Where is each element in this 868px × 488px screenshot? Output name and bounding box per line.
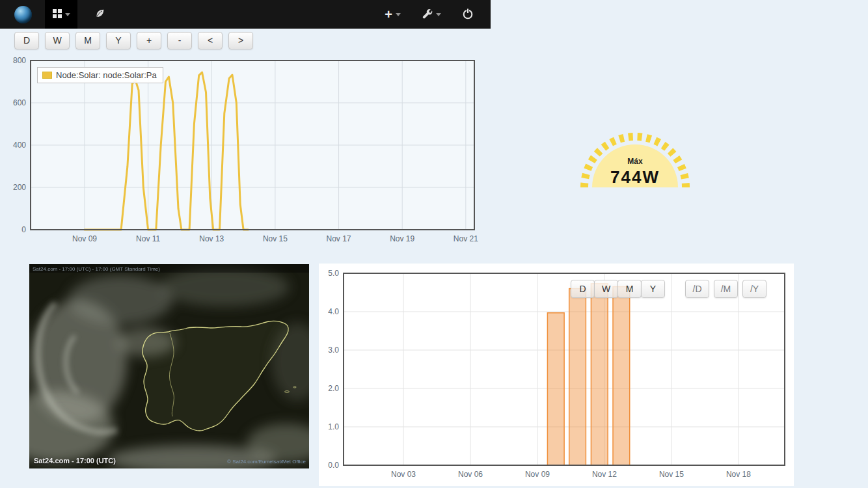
logout-power-button[interactable] [462,8,474,21]
bar-interval-year-button[interactable]: /Y [742,280,766,298]
svg-text:Nov 06: Nov 06 [458,470,483,479]
graph-range-toolbar: D W M Y + - < > [14,32,253,49]
svg-text:400: 400 [13,141,26,150]
chart-legend: Node:Solar: node:Solar:Pa [37,67,163,83]
svg-text:600: 600 [13,98,26,107]
bar-range-year-button[interactable]: Y [641,280,665,298]
svg-text:800: 800 [13,57,26,65]
svg-text:5.0: 5.0 [328,269,339,278]
svg-text:Nov 17: Nov 17 [327,234,351,243]
pan-right-button[interactable]: > [228,32,253,49]
grid-icon [53,9,62,20]
svg-text:0: 0 [21,225,26,234]
svg-text:Nov 03: Nov 03 [391,470,416,479]
solar-line-chart[interactable]: Nov 09Nov 11Nov 13Nov 15Nov 17Nov 19Nov … [7,57,481,247]
pan-left-button[interactable]: < [198,32,223,49]
add-widget-button[interactable]: + [385,8,401,21]
caret-down-icon [65,13,70,16]
svg-text:Nov 11: Nov 11 [136,234,160,243]
gauge-value: 744W [610,167,660,187]
emoncms-logo-icon[interactable] [14,6,32,23]
range-year-button[interactable]: Y [106,32,131,49]
solar-max-gauge: Máx 744W [576,128,694,193]
setup-wrench-button[interactable] [422,8,441,21]
svg-text:3.0: 3.0 [328,346,339,355]
gauge-label: Máx [627,157,643,166]
solar-power-graph[interactable]: Nov 09Nov 11Nov 13Nov 15Nov 17Nov 19Nov … [7,57,481,247]
kwh-bar-panel: Nov 03Nov 06Nov 09Nov 12Nov 15Nov 180.01… [319,264,794,486]
legend-swatch [42,72,52,79]
svg-text:0.0: 0.0 [328,461,339,470]
navbar-right-group: + [385,8,491,21]
satellite-timestamp: Sat24.com - 17:00 (UTC) [34,457,116,465]
wrench-icon [422,8,433,21]
satellite-copyright: © Sat24.com/Eumetsat/Met Office [227,459,306,465]
satellite-top-caption: Sat24.com - 17:00 (UTC) - 17:00 (GMT Sta… [33,266,160,272]
plus-icon: + [385,8,392,21]
satellite-image: Sat24.com - 17:00 (UTC) - 17:00 (GMT Sta… [29,264,309,468]
svg-text:200: 200 [13,183,26,192]
svg-text:1.0: 1.0 [328,422,339,431]
apps-menu-button[interactable] [45,0,77,29]
feeds-leaf-button[interactable] [94,8,105,21]
svg-text:Nov 15: Nov 15 [659,470,684,479]
svg-text:Nov 18: Nov 18 [726,470,751,479]
caret-down-icon [436,13,441,16]
bar-interval-group: /D /M /Y [685,280,766,298]
bar-interval-month-button[interactable]: /M [714,280,738,298]
range-day-button[interactable]: D [14,32,39,49]
leaf-icon [94,8,105,21]
svg-text:Nov 19: Nov 19 [390,234,414,243]
svg-text:4.0: 4.0 [328,307,339,316]
zoom-out-button[interactable]: - [167,32,192,49]
navbar: + [0,0,491,29]
svg-text:Nov 09: Nov 09 [525,470,550,479]
range-month-button[interactable]: M [75,32,100,49]
svg-text:Nov 13: Nov 13 [199,234,224,243]
bar-range-group: D W M Y [571,280,664,298]
bar-range-week-button[interactable]: W [594,280,618,298]
power-icon [462,8,474,21]
svg-text:Nov 15: Nov 15 [263,234,288,243]
svg-text:Nov 21: Nov 21 [454,234,478,243]
range-week-button[interactable]: W [45,32,70,49]
bar-range-day-button[interactable]: D [571,280,595,298]
bar-interval-day-button[interactable]: /D [685,280,709,298]
svg-text:Nov 09: Nov 09 [72,234,97,243]
bar-range-month-button[interactable]: M [617,280,642,298]
zoom-in-button[interactable]: + [137,32,161,49]
svg-text:2.0: 2.0 [328,384,339,393]
svg-text:Nov 12: Nov 12 [592,470,617,479]
caret-down-icon [396,13,401,16]
legend-label: Node:Solar: node:Solar:Pa [56,70,157,80]
